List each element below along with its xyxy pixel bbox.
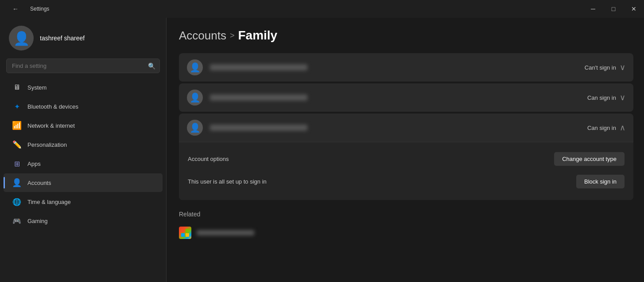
member-info-1	[210, 64, 585, 70]
sidebar-item-label: Apps	[27, 161, 41, 167]
sidebar-item-label: Gaming	[27, 218, 48, 224]
sidebar-item-label: Personalization	[27, 141, 67, 148]
ms365-icon	[179, 227, 191, 239]
related-section: Related	[179, 211, 633, 243]
member-avatar-2: 👤	[187, 90, 203, 106]
svg-rect-3	[186, 233, 189, 237]
member-avatar-3: 👤	[187, 120, 203, 136]
member-expanded-3: Account options Change account type This…	[179, 142, 633, 200]
sidebar-item-label: System	[27, 84, 47, 91]
member-status-3: Can sign in ∧	[587, 123, 625, 133]
related-item-ms365[interactable]	[179, 223, 633, 243]
change-account-type-button[interactable]: Change account type	[554, 152, 625, 166]
back-button[interactable]: ←	[5, 0, 26, 18]
sidebar-item-system[interactable]: 🖥 System	[4, 78, 163, 97]
sidebar-item-bluetooth[interactable]: ✦ Bluetooth & devices	[4, 97, 163, 116]
sidebar: 👤 tashreef shareef 🔍 🖥 System ✦ Bluetoot…	[0, 18, 166, 282]
sidebar-item-label: Accounts	[27, 180, 51, 186]
breadcrumb-accounts[interactable]: Accounts	[179, 29, 226, 43]
member-status-label-2: Can sign in	[587, 94, 616, 101]
titlebar-left: ← Settings	[5, 0, 49, 18]
sidebar-item-label: Bluetooth & devices	[27, 103, 78, 110]
system-icon: 🖥	[12, 83, 21, 92]
svg-rect-2	[181, 233, 185, 237]
user-avatar-icon: 👤	[13, 31, 30, 46]
member-status-2: Can sign in ∨	[587, 93, 625, 102]
sidebar-item-label: Network & internet	[27, 122, 75, 129]
titlebar: ← Settings ─ □ ✕	[0, 0, 644, 18]
time-icon: 🌐	[12, 197, 21, 206]
member-chevron-3[interactable]: ∧	[620, 123, 625, 133]
minimize-button[interactable]: ─	[583, 0, 603, 18]
user-name: tashreef shareef	[40, 35, 85, 42]
member-card-3: 👤 Can sign in ∧ Account options Change a…	[179, 114, 633, 200]
main-content: Accounts > Family 👤 Can't sign in ∨	[167, 18, 644, 282]
member-avatar-1: 👤	[187, 59, 203, 75]
sidebar-item-apps[interactable]: ⊞ Apps	[4, 154, 163, 173]
member-row-1[interactable]: 👤 Can't sign in ∨	[179, 53, 633, 82]
related-item-label	[197, 230, 254, 235]
member-chevron-1[interactable]: ∨	[620, 63, 625, 72]
account-options-label: Account options	[188, 156, 229, 162]
network-icon: 📶	[12, 121, 21, 130]
member-row-2[interactable]: 👤 Can sign in ∨	[179, 83, 633, 112]
accounts-icon: 👤	[12, 178, 21, 187]
member-avatar-icon-1: 👤	[190, 62, 201, 73]
titlebar-title: Settings	[30, 6, 49, 12]
sidebar-item-label: Time & language	[27, 199, 71, 205]
member-info-2	[210, 94, 587, 101]
sidebar-item-time[interactable]: 🌐 Time & language	[4, 192, 163, 211]
gaming-icon: 🎮	[12, 216, 21, 225]
breadcrumb-separator: >	[230, 31, 235, 40]
sign-in-row: This user is all set up to sign in Block…	[188, 170, 625, 193]
sidebar-item-network[interactable]: 📶 Network & internet	[4, 116, 163, 135]
breadcrumb: Accounts > Family	[179, 28, 633, 43]
sidebar-item-gaming[interactable]: 🎮 Gaming	[4, 212, 163, 230]
member-name-blur-3	[210, 125, 307, 131]
member-card-2: 👤 Can sign in ∨	[179, 83, 633, 112]
personalization-icon: ✏️	[12, 140, 21, 149]
sidebar-item-accounts[interactable]: 👤 Accounts	[4, 173, 163, 192]
related-title: Related	[179, 211, 633, 218]
sign-in-label: This user is all set up to sign in	[188, 178, 267, 185]
apps-icon: ⊞	[12, 159, 21, 168]
search-icon: 🔍	[148, 63, 155, 70]
account-options-row: Account options Change account type	[188, 148, 625, 170]
app-body: 👤 tashreef shareef 🔍 🖥 System ✦ Bluetoot…	[0, 18, 644, 282]
search-box: 🔍	[6, 59, 160, 73]
titlebar-controls: ─ □ ✕	[583, 0, 644, 18]
avatar: 👤	[9, 26, 34, 51]
user-section: 👤 tashreef shareef	[0, 18, 166, 59]
member-name-blur-1	[210, 64, 307, 70]
svg-rect-1	[186, 229, 189, 232]
block-sign-in-button[interactable]: Block sign in	[576, 175, 625, 188]
sidebar-item-personalization[interactable]: ✏️ Personalization	[4, 135, 163, 154]
member-info-3	[210, 125, 587, 131]
member-card-1: 👤 Can't sign in ∨	[179, 53, 633, 82]
sidebar-nav: 🖥 System ✦ Bluetooth & devices 📶 Network…	[0, 78, 166, 231]
maximize-button[interactable]: □	[603, 0, 624, 18]
bluetooth-icon: ✦	[12, 102, 21, 111]
member-chevron-2[interactable]: ∨	[620, 93, 625, 102]
close-button[interactable]: ✕	[624, 0, 644, 18]
member-name-blur-2	[210, 94, 307, 101]
search-input[interactable]	[6, 59, 160, 73]
member-status-label-1: Can't sign in	[585, 64, 616, 71]
member-avatar-icon-2: 👤	[190, 92, 201, 103]
member-status-1: Can't sign in ∨	[585, 63, 625, 72]
svg-rect-0	[181, 229, 185, 232]
breadcrumb-family: Family	[238, 28, 277, 43]
member-status-label-3: Can sign in	[587, 125, 616, 131]
member-avatar-icon-3: 👤	[190, 122, 201, 133]
member-row-3[interactable]: 👤 Can sign in ∧	[179, 114, 633, 142]
